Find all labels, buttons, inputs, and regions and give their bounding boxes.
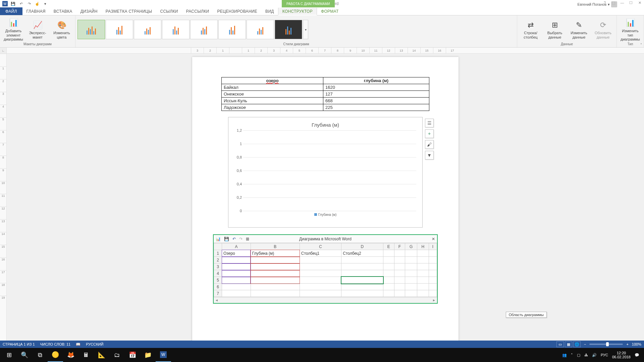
cell-B3[interactable] xyxy=(251,263,300,270)
tab-design[interactable]: ДИЗАЙН xyxy=(76,7,102,15)
document-area[interactable]: озеро глубина (м) Байкал1620Онежское127И… xyxy=(7,54,644,352)
chart-styles-icon[interactable]: 🖌 xyxy=(425,140,434,149)
chart-style-1[interactable] xyxy=(77,20,105,39)
cell-F6[interactable] xyxy=(394,284,405,290)
tray-ime[interactable]: РУС xyxy=(601,353,608,357)
chart-style-5[interactable] xyxy=(190,20,218,39)
cell-B4[interactable] xyxy=(251,270,300,277)
chart-style-7[interactable] xyxy=(247,20,274,39)
ds-redo-icon[interactable]: ↷ xyxy=(239,237,243,241)
tab-references[interactable]: ССЫЛКИ xyxy=(156,7,182,15)
tab-layout[interactable]: РАЗМЕТКА СТРАНИЦЫ xyxy=(102,7,156,15)
cell-A4[interactable] xyxy=(222,270,251,277)
chart-style-6[interactable] xyxy=(218,20,246,39)
ds-save-icon[interactable]: 💾 xyxy=(224,237,229,241)
qat-more-icon[interactable]: ▾ xyxy=(42,0,49,7)
horizontal-ruler[interactable]: ∟ 3211234567891011121314151617 xyxy=(0,48,644,54)
print-layout-icon[interactable]: ▦ xyxy=(565,341,572,347)
cell-B2[interactable] xyxy=(251,257,300,263)
cell-I2[interactable] xyxy=(429,257,437,263)
cell-H1[interactable] xyxy=(417,250,429,257)
cell-E7[interactable] xyxy=(383,290,394,297)
cell-D1[interactable]: Столбец2 xyxy=(341,250,383,257)
touch-mode-icon[interactable]: ☝ xyxy=(34,0,41,7)
cell-A7[interactable] xyxy=(222,290,251,297)
task-view-icon[interactable]: ⧉ xyxy=(32,348,48,362)
row-header-3[interactable]: 3 xyxy=(214,263,222,270)
row-header-6[interactable]: 6 xyxy=(214,284,222,290)
cell-I6[interactable] xyxy=(429,284,437,290)
row-header-1[interactable]: 1 xyxy=(214,250,222,257)
cell-A3[interactable] xyxy=(222,263,251,270)
cell-C2[interactable] xyxy=(300,257,341,263)
web-layout-icon[interactable]: 🌐 xyxy=(573,341,581,347)
undo-icon[interactable]: ↶ xyxy=(17,0,25,7)
table-row[interactable]: Ладожское225 xyxy=(222,104,429,111)
cell-B7[interactable] xyxy=(251,290,300,297)
cell-C4[interactable] xyxy=(300,270,341,277)
taskbar-explorer[interactable]: 📁 xyxy=(140,348,156,362)
tab-insert[interactable]: ВСТАВКА xyxy=(50,7,76,15)
taskbar-firefox[interactable]: 🦊 xyxy=(63,348,78,362)
cell-I3[interactable] xyxy=(429,263,437,270)
chart-elements-icon[interactable]: ＋ xyxy=(425,129,434,138)
cell-G3[interactable] xyxy=(405,263,417,270)
redo-icon[interactable]: ↷ xyxy=(25,0,33,7)
proofing-icon[interactable]: 📖 xyxy=(76,342,80,347)
chart-layout-options-icon[interactable]: ☰ xyxy=(425,119,434,127)
cell-E4[interactable] xyxy=(383,270,394,277)
col-header-C[interactable]: C xyxy=(300,243,341,250)
plot-area[interactable]: 00,20,40,60,811,2 xyxy=(243,130,416,211)
chart-filters-icon[interactable]: ▼ xyxy=(425,151,434,160)
start-button[interactable]: ⊞ xyxy=(1,348,17,362)
chart-legend[interactable]: Глубина (м) xyxy=(234,213,416,217)
status-page[interactable]: СТРАНИЦА 1 ИЗ 1 xyxy=(3,342,35,346)
lakes-table[interactable]: озеро глубина (м) Байкал1620Онежское127И… xyxy=(221,77,429,111)
ds-chart-icon[interactable]: 📊 xyxy=(216,237,221,241)
ruler-corner[interactable]: ∟ xyxy=(0,48,7,54)
change-colors-button[interactable]: 🎨Изменить цвета xyxy=(50,17,73,42)
cell-C3[interactable] xyxy=(300,263,341,270)
row-header-2[interactable]: 2 xyxy=(214,257,222,263)
col-header-I[interactable]: I xyxy=(429,243,437,250)
zoom-level[interactable]: 100% xyxy=(632,342,641,346)
chart-style-8[interactable] xyxy=(275,20,302,39)
zoom-slider[interactable] xyxy=(589,344,623,345)
taskbar-word[interactable]: W xyxy=(156,348,171,362)
quick-layout-button[interactable]: 📈Экспресс-макет xyxy=(26,17,49,42)
tray-people-icon[interactable]: 👥 xyxy=(562,353,567,357)
col-header-F[interactable]: F xyxy=(394,243,405,250)
chart-style-3[interactable] xyxy=(134,20,161,39)
minimize-icon[interactable]: — xyxy=(619,1,625,5)
col-header-G[interactable]: G xyxy=(405,243,417,250)
edit-data-button[interactable]: ✎Изменить данные xyxy=(568,17,590,42)
cell-A6[interactable] xyxy=(222,284,251,290)
close-icon[interactable]: ✕ xyxy=(637,1,643,5)
table-row[interactable]: Байкал1620 xyxy=(222,84,429,91)
chart-object[interactable]: Глубина (м) 00,20,40,60,811,2 Глубина (м… xyxy=(228,117,423,228)
add-chart-element-button[interactable]: 📊Добавить элемент диаграммы xyxy=(2,17,25,42)
cell-I4[interactable] xyxy=(429,270,437,277)
collapse-ribbon-icon[interactable]: ˄ xyxy=(640,43,642,47)
cell-G1[interactable] xyxy=(405,250,417,257)
col-header-D[interactable]: D xyxy=(341,243,383,250)
refresh-data-button[interactable]: ⟳Обновить данные xyxy=(592,17,614,42)
taskbar-app1[interactable]: 📐 xyxy=(94,348,109,362)
cell-E5[interactable] xyxy=(383,277,394,284)
table-row[interactable]: Иссык-Куль668 xyxy=(222,98,429,104)
col-header-A[interactable]: A xyxy=(222,243,251,250)
select-data-button[interactable]: ⊞Выбрать данные xyxy=(543,17,566,42)
cell-B5[interactable] xyxy=(251,277,300,284)
cell-H6[interactable] xyxy=(417,284,429,290)
cell-D4[interactable] xyxy=(341,270,383,277)
datasheet-scrollbar[interactable]: ◄► xyxy=(214,297,437,303)
help-icon[interactable]: ? xyxy=(602,1,608,5)
ribbon-display-icon[interactable]: ⬚ xyxy=(610,1,616,5)
save-icon[interactable]: 💾 xyxy=(9,0,17,7)
cell-D3[interactable] xyxy=(341,263,383,270)
cell-F2[interactable] xyxy=(394,257,405,263)
tray-battery-icon[interactable]: ▢ xyxy=(577,353,580,357)
col-header-E[interactable]: E xyxy=(383,243,394,250)
row-header-4[interactable]: 4 xyxy=(214,270,222,277)
datasheet-grid[interactable]: ABCDEFGHI1ОзероГлубина (м)Столбец1Столбе… xyxy=(214,243,437,297)
